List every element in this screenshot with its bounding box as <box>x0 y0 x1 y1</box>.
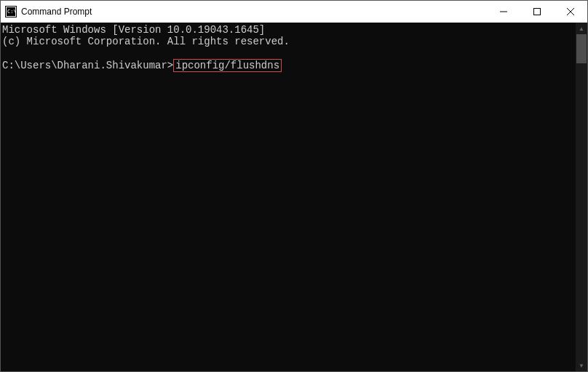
command-prompt-window: C:\ Command Prompt Microsoft Windows [Ve… <box>0 0 588 372</box>
vertical-scrollbar[interactable]: ▲ ▼ <box>576 23 587 371</box>
window-controls <box>487 1 587 23</box>
svg-rect-5 <box>534 9 541 15</box>
command-highlight: ipconfig/flushdns <box>173 59 282 72</box>
output-line: (c) Microsoft Corporation. All rights re… <box>2 36 290 47</box>
close-button[interactable] <box>554 1 587 23</box>
scroll-down-arrow-icon[interactable]: ▼ <box>576 360 587 371</box>
console-area: Microsoft Windows [Version 10.0.19043.16… <box>1 23 587 371</box>
scroll-thumb[interactable] <box>576 34 587 63</box>
scroll-track[interactable] <box>576 34 587 360</box>
app-icon: C:\ <box>5 6 17 17</box>
svg-text:C:\: C:\ <box>7 9 17 15</box>
output-line: Microsoft Windows [Version 10.0.19043.16… <box>2 24 265 36</box>
maximize-button[interactable] <box>520 1 554 23</box>
minimize-button[interactable] <box>487 1 520 23</box>
scroll-up-arrow-icon[interactable]: ▲ <box>576 23 587 34</box>
window-title: Command Prompt <box>21 7 92 17</box>
titlebar[interactable]: C:\ Command Prompt <box>1 1 587 23</box>
prompt-text: C:\Users\Dharani.Shivakumar> <box>2 60 173 71</box>
command-text: ipconfig/flushdns <box>175 60 279 71</box>
console-output[interactable]: Microsoft Windows [Version 10.0.19043.16… <box>1 23 576 371</box>
